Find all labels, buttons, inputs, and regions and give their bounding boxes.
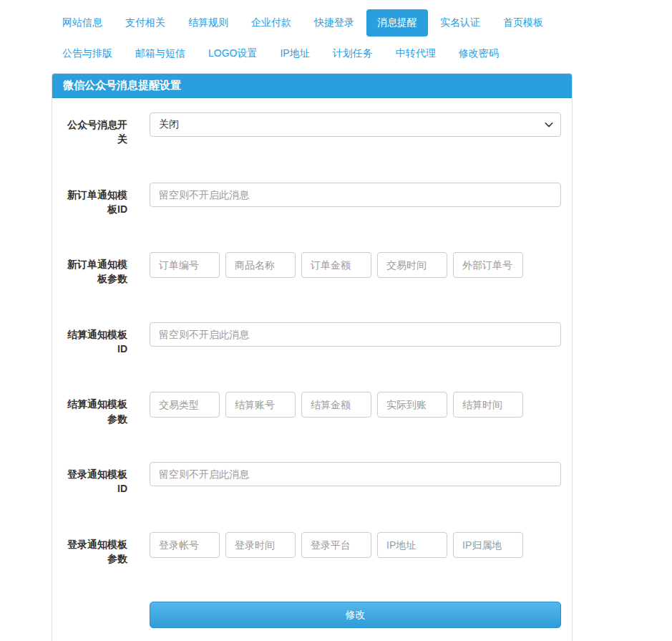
tab-realname-auth[interactable]: 实名认证 xyxy=(429,9,491,37)
modify-button[interactable]: 修改 xyxy=(150,602,561,628)
form-row-settle-template-params: 结算通知模板参数 xyxy=(63,392,561,426)
page-container: 网站信息 支付相关 结算规则 企业付款 快捷登录 消息提醒 实名认证 首页模板 … xyxy=(0,0,573,641)
order-param-3-input[interactable] xyxy=(301,252,371,278)
switch-label: 公众号消息开关 xyxy=(63,112,150,147)
tab-ip-address-link[interactable]: IP地址 xyxy=(269,40,320,67)
settle-param-1-input[interactable] xyxy=(150,392,220,418)
login-template-params-label: 登录通知模板参数 xyxy=(63,532,150,567)
panel-title: 微信公众号消息提醒设置 xyxy=(52,74,572,98)
order-param-2-input[interactable] xyxy=(225,252,296,278)
settings-form: 公众号消息开关 关闭 新订单通知模板ID xyxy=(52,98,572,641)
tab-settlement-rules[interactable]: 结算规则 xyxy=(177,9,239,37)
login-param-4-input[interactable] xyxy=(377,532,447,558)
order-param-4-input[interactable] xyxy=(377,252,447,278)
tab-payment[interactable]: 支付相关 xyxy=(115,9,176,37)
settle-template-params-label: 结算通知模板参数 xyxy=(63,392,150,426)
tab-logo-settings[interactable]: LOGO设置 xyxy=(198,40,268,67)
tab-transit-proxy-link[interactable]: 中转代理 xyxy=(385,40,447,67)
order-param-1-input[interactable] xyxy=(150,252,220,278)
tab-message-reminder-link[interactable]: 消息提醒 xyxy=(366,9,428,37)
tab-settlement-rules-link[interactable]: 结算规则 xyxy=(177,9,239,37)
tab-quick-login[interactable]: 快捷登录 xyxy=(303,9,365,37)
order-template-id-label: 新订单通知模板ID xyxy=(63,183,150,217)
login-template-id-label: 登录通知模板ID xyxy=(63,462,150,496)
tab-enterprise-payment-link[interactable]: 企业付款 xyxy=(240,9,302,37)
tab-email-sms[interactable]: 邮箱与短信 xyxy=(125,40,196,67)
tab-site-info[interactable]: 网站信息 xyxy=(52,9,113,37)
login-param-2-input[interactable] xyxy=(225,532,296,558)
form-row-order-template-id: 新订单通知模板ID xyxy=(63,183,561,217)
submit-spacer xyxy=(63,602,150,628)
tab-enterprise-payment[interactable]: 企业付款 xyxy=(240,9,302,37)
settle-param-2-input[interactable] xyxy=(225,392,296,418)
settle-param-4-input[interactable] xyxy=(377,392,447,418)
tab-transit-proxy[interactable]: 中转代理 xyxy=(385,40,447,67)
login-template-id-input[interactable] xyxy=(150,462,561,486)
login-param-1-input[interactable] xyxy=(150,532,220,558)
tab-change-password-link[interactable]: 修改密码 xyxy=(448,40,510,67)
tabs-row-2: 公告与排版 邮箱与短信 LOGO设置 IP地址 计划任务 中转代理 修改密码 xyxy=(52,40,573,69)
wechat-message-settings-panel: 微信公众号消息提醒设置 公众号消息开关 关闭 新订单通知模板ID xyxy=(52,73,573,641)
form-row-order-template-params: 新订单通知模板参数 xyxy=(63,252,561,286)
form-row-login-template-id: 登录通知模板ID xyxy=(63,462,561,496)
settle-template-id-input[interactable] xyxy=(150,322,561,347)
public-account-message-switch-select[interactable]: 关闭 xyxy=(150,112,561,137)
tab-homepage-template-link[interactable]: 首页模板 xyxy=(492,9,554,37)
tab-site-info-link[interactable]: 网站信息 xyxy=(52,9,113,37)
tab-announcement-layout-link[interactable]: 公告与排版 xyxy=(52,40,123,67)
order-param-5-input[interactable] xyxy=(453,252,523,278)
tab-email-sms-link[interactable]: 邮箱与短信 xyxy=(125,40,196,67)
order-template-id-input[interactable] xyxy=(150,183,561,207)
tab-logo-settings-link[interactable]: LOGO设置 xyxy=(198,40,268,67)
order-template-params-label: 新订单通知模板参数 xyxy=(63,252,150,286)
tab-homepage-template[interactable]: 首页模板 xyxy=(492,9,554,37)
tab-ip-address[interactable]: IP地址 xyxy=(269,40,320,67)
tabs-row-1: 网站信息 支付相关 结算规则 企业付款 快捷登录 消息提醒 实名认证 首页模板 xyxy=(52,9,573,38)
settle-param-3-input[interactable] xyxy=(301,392,371,418)
tab-payment-link[interactable]: 支付相关 xyxy=(115,9,176,37)
tab-realname-auth-link[interactable]: 实名认证 xyxy=(429,9,491,37)
login-param-3-input[interactable] xyxy=(301,532,371,558)
login-param-5-input[interactable] xyxy=(453,532,523,558)
tab-cron-tasks-link[interactable]: 计划任务 xyxy=(322,40,384,67)
tab-cron-tasks[interactable]: 计划任务 xyxy=(322,40,384,67)
form-row-switch: 公众号消息开关 关闭 xyxy=(63,112,561,147)
tab-change-password[interactable]: 修改密码 xyxy=(448,40,510,67)
tab-quick-login-link[interactable]: 快捷登录 xyxy=(303,9,365,37)
form-row-settle-template-id: 结算通知模板ID xyxy=(63,322,561,357)
form-row-login-template-params: 登录通知模板参数 xyxy=(63,532,561,567)
tab-message-reminder[interactable]: 消息提醒 xyxy=(366,9,428,37)
tab-announcement-layout[interactable]: 公告与排版 xyxy=(52,40,123,67)
settle-param-5-input[interactable] xyxy=(453,392,523,418)
settle-template-id-label: 结算通知模板ID xyxy=(63,322,150,357)
form-row-submit: 修改 xyxy=(63,602,561,628)
